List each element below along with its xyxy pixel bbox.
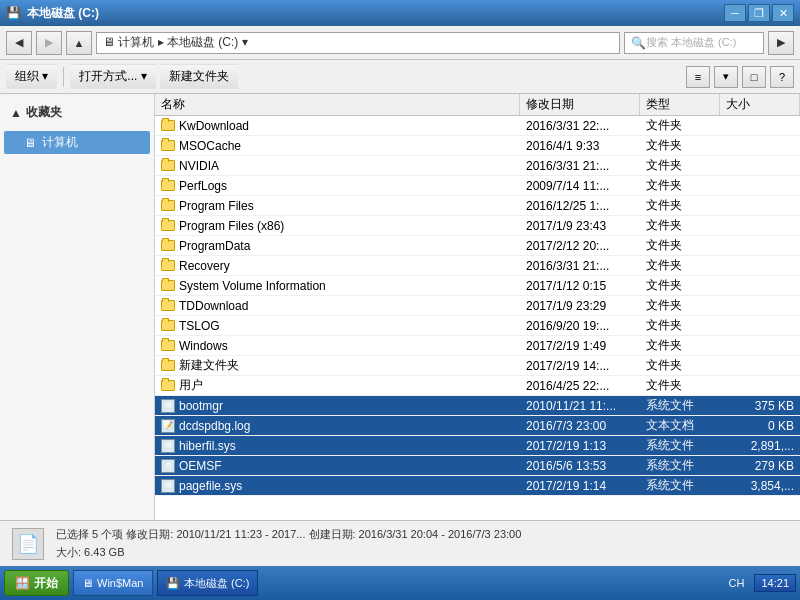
view-dropdown-button[interactable]: ▾ <box>714 66 738 88</box>
file-name: hiberfil.sys <box>179 439 236 453</box>
file-name-cell: 用户 <box>155 376 520 395</box>
back-button[interactable]: ◀ <box>6 31 32 55</box>
sidebar-item-computer[interactable]: 🖥 计算机 <box>4 131 150 154</box>
close-button[interactable]: ✕ <box>772 4 794 22</box>
taskbar-active-window[interactable]: 💾 本地磁盘 (C:) <box>157 570 258 596</box>
file-list-body[interactable]: KwDownload2016/3/31 22:...文件夹MSOCache201… <box>155 116 800 520</box>
file-type-cell: 系统文件 <box>640 476 720 495</box>
col-header-name[interactable]: 名称 <box>155 94 520 115</box>
table-row[interactable]: PerfLogs2009/7/14 11:...文件夹 <box>155 176 800 196</box>
file-type-cell: 文件夹 <box>640 116 720 135</box>
file-icon: ⚙ <box>161 439 175 453</box>
table-row[interactable]: TDDownload2017/1/9 23:29文件夹 <box>155 296 800 316</box>
folder-icon <box>161 300 175 311</box>
col-header-type[interactable]: 类型 <box>640 94 720 115</box>
folder-icon <box>161 380 175 391</box>
table-row[interactable]: Program Files2016/12/25 1:...文件夹 <box>155 196 800 216</box>
address-path: 🖥 计算机 ▸ 本地磁盘 (C:) ▾ <box>103 34 248 51</box>
table-row[interactable]: Windows2017/2/19 1:49文件夹 <box>155 336 800 356</box>
file-size-cell <box>720 276 800 295</box>
file-name: Program Files <box>179 199 254 213</box>
address-field[interactable]: 🖥 计算机 ▸ 本地磁盘 (C:) ▾ <box>96 32 620 54</box>
start-label: 开始 <box>34 575 58 592</box>
preview-button[interactable]: □ <box>742 66 766 88</box>
table-row[interactable]: TSLOG2016/9/20 19:...文件夹 <box>155 316 800 336</box>
minimize-button[interactable]: ─ <box>724 4 746 22</box>
table-row[interactable]: ⚙bootmgr2010/11/21 11:...系统文件375 KB <box>155 396 800 416</box>
folder-icon <box>161 220 175 231</box>
file-icon: ⚙ <box>161 479 175 493</box>
table-row[interactable]: Recovery2016/3/31 21:...文件夹 <box>155 256 800 276</box>
sidebar-header-favorites[interactable]: ▲ 收藏夹 <box>4 102 150 123</box>
file-modified-cell: 2017/2/12 20:... <box>520 236 640 255</box>
status-bar: 📄 已选择 5 个项 修改日期: 2010/11/21 11:23 - 2017… <box>0 520 800 566</box>
folder-icon <box>161 340 175 351</box>
table-row[interactable]: 新建文件夹2017/2/19 14:...文件夹 <box>155 356 800 376</box>
table-row[interactable]: 📝dcdspdbg.log2016/7/3 23:00文本文档0 KB <box>155 416 800 436</box>
file-list-container: 名称 修改日期 类型 大小 KwDownload2016/3/31 22:...… <box>155 94 800 520</box>
table-row[interactable]: ⚙pagefile.sys2017/2/19 1:14系统文件3,854,... <box>155 476 800 496</box>
col-type-label: 类型 <box>646 96 670 113</box>
window-icon: 💾 <box>6 6 21 20</box>
title-controls: ─ ❐ ✕ <box>724 4 794 22</box>
file-name-cell: PerfLogs <box>155 176 520 195</box>
folder-icon <box>161 260 175 271</box>
open-with-button[interactable]: 打开方式... ▾ <box>70 64 155 90</box>
file-size-cell <box>720 376 800 395</box>
view-list-button[interactable]: ≡ <box>686 66 710 88</box>
file-modified-cell: 2017/1/9 23:43 <box>520 216 640 235</box>
folder-icon <box>161 320 175 331</box>
main-content: ▲ 收藏夹 🖥 计算机 名称 修改日期 类型 大小 <box>0 94 800 520</box>
up-button[interactable]: ▲ <box>66 31 92 55</box>
file-size-cell <box>720 316 800 335</box>
taskbar-winsman[interactable]: 🖥 Win$Man <box>73 570 153 596</box>
file-name: ProgramData <box>179 239 250 253</box>
status-icon: 📄 <box>12 528 44 560</box>
file-name-cell: Windows <box>155 336 520 355</box>
file-type-cell: 系统文件 <box>640 436 720 455</box>
col-header-size[interactable]: 大小 <box>720 94 800 115</box>
sidebar-favorites-label: 收藏夹 <box>26 104 62 121</box>
start-icon: 🪟 <box>15 576 30 590</box>
restore-button[interactable]: ❐ <box>748 4 770 22</box>
table-row[interactable]: 用户2016/4/25 22:...文件夹 <box>155 376 800 396</box>
systray-ch[interactable]: CH <box>725 577 749 589</box>
organize-button[interactable]: 组织 ▾ <box>6 64 57 90</box>
start-button[interactable]: 🪟 开始 <box>4 570 69 596</box>
table-row[interactable]: NVIDIA2016/3/31 21:...文件夹 <box>155 156 800 176</box>
file-name: 新建文件夹 <box>179 357 239 374</box>
file-name-cell: TSLOG <box>155 316 520 335</box>
col-header-modified[interactable]: 修改日期 <box>520 94 640 115</box>
table-row[interactable]: KwDownload2016/3/31 22:...文件夹 <box>155 116 800 136</box>
folder-icon <box>161 180 175 191</box>
file-type-cell: 文件夹 <box>640 236 720 255</box>
table-row[interactable]: System Volume Information2017/1/12 0:15文… <box>155 276 800 296</box>
file-name-cell: KwDownload <box>155 116 520 135</box>
file-name: TSLOG <box>179 319 220 333</box>
new-folder-button[interactable]: 新建文件夹 <box>160 64 238 90</box>
table-row[interactable]: ⚙hiberfil.sys2017/2/19 1:13系统文件2,891,... <box>155 436 800 456</box>
table-row[interactable]: MSOCache2016/4/1 9:33文件夹 <box>155 136 800 156</box>
computer-icon: 🖥 <box>24 136 36 150</box>
table-row[interactable]: ⚙OEMSF2016/5/6 13:53系统文件279 KB <box>155 456 800 476</box>
file-name-cell: MSOCache <box>155 136 520 155</box>
file-size-cell <box>720 196 800 215</box>
clock-display[interactable]: 14:21 <box>754 574 796 592</box>
col-modified-label: 修改日期 <box>526 96 574 113</box>
search-box[interactable]: 🔍 搜索 本地磁盘 (C:) <box>624 32 764 54</box>
forward-button[interactable]: ▶ <box>36 31 62 55</box>
file-name: KwDownload <box>179 119 249 133</box>
help-button[interactable]: ? <box>770 66 794 88</box>
table-row[interactable]: ProgramData2017/2/12 20:...文件夹 <box>155 236 800 256</box>
table-row[interactable]: Program Files (x86)2017/1/9 23:43文件夹 <box>155 216 800 236</box>
active-window-label: 本地磁盘 (C:) <box>184 576 249 591</box>
file-modified-cell: 2017/2/19 1:14 <box>520 476 640 495</box>
nav-extra-button[interactable]: ▶ <box>768 31 794 55</box>
folder-icon <box>161 360 175 371</box>
file-modified-cell: 2017/1/9 23:29 <box>520 296 640 315</box>
file-name-cell: ⚙pagefile.sys <box>155 476 520 495</box>
collapse-icon-favorites: ▲ <box>10 106 22 120</box>
file-size-cell <box>720 176 800 195</box>
col-name-label: 名称 <box>161 96 185 113</box>
file-modified-cell: 2017/1/12 0:15 <box>520 276 640 295</box>
